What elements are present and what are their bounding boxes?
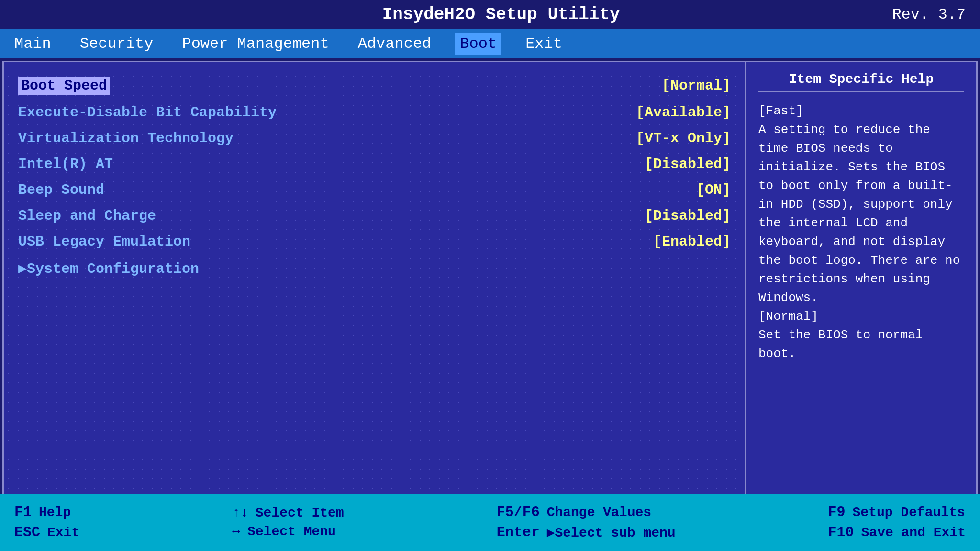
settings-item-name-1: Execute-Disable Bit Capability bbox=[18, 104, 277, 121]
settings-item-name-3: Intel(R) AT bbox=[18, 156, 113, 172]
title-bar: InsydeH2O Setup Utility Rev. 3.7 bbox=[0, 0, 980, 29]
footer-right: F9 Setup Defaults F10 Save and Exit bbox=[828, 504, 966, 540]
settings-item-name-7: ▶System Configuration bbox=[18, 259, 199, 277]
footer-center-right: F5/F6 Change Values Enter ▶Select sub me… bbox=[497, 504, 676, 540]
footer-f9: F9 Setup Defaults bbox=[828, 504, 966, 520]
footer-f1: F1 Help bbox=[14, 504, 79, 520]
footer-center: ↑↓ Select Item ↔ Select Menu bbox=[232, 506, 344, 539]
f5f6-key: F5/F6 bbox=[497, 504, 540, 520]
settings-item-name-0: Boot Speed bbox=[18, 77, 110, 95]
footer-bar: F1 Help ESC Exit ↑↓ Select Item ↔ Select… bbox=[0, 494, 980, 551]
settings-item-value-3: [Disabled] bbox=[645, 156, 731, 172]
footer-arrows-ud: ↑↓ Select Item bbox=[232, 506, 344, 520]
nav-item-main[interactable]: Main bbox=[10, 33, 56, 55]
main-content: Boot Speed[Normal]Execute-Disable Bit Ca… bbox=[2, 61, 978, 516]
settings-item-3[interactable]: Intel(R) AT[Disabled] bbox=[18, 151, 731, 177]
settings-item-name-6: USB Legacy Emulation bbox=[18, 234, 190, 250]
revision-text: Rev. 3.7 bbox=[892, 6, 966, 23]
settings-item-1[interactable]: Execute-Disable Bit Capability[Available… bbox=[18, 100, 731, 125]
settings-item-7[interactable]: ▶System Configuration bbox=[18, 255, 731, 282]
settings-item-value-1: [Available] bbox=[636, 104, 731, 121]
footer-f10: F10 Save and Exit bbox=[828, 524, 966, 540]
settings-item-2[interactable]: Virtualization Technology[VT-x Only] bbox=[18, 125, 731, 151]
enter-desc: ▶Select sub menu bbox=[547, 524, 676, 540]
settings-item-name-4: Beep Sound bbox=[18, 182, 104, 198]
settings-panel: Boot Speed[Normal]Execute-Disable Bit Ca… bbox=[4, 62, 746, 515]
settings-item-value-6: [Enabled] bbox=[653, 234, 731, 250]
ud-arrow-desc: Select Item bbox=[256, 506, 344, 520]
footer-arrows-lr: ↔ Select Menu bbox=[232, 524, 344, 539]
ud-arrow-key: ↑↓ bbox=[232, 506, 248, 520]
f10-desc: Save and Exit bbox=[861, 525, 966, 540]
f10-key: F10 bbox=[828, 524, 854, 540]
nav-item-power-management[interactable]: Power Management bbox=[177, 33, 334, 55]
settings-item-6[interactable]: USB Legacy Emulation[Enabled] bbox=[18, 229, 731, 255]
settings-item-5[interactable]: Sleep and Charge[Disabled] bbox=[18, 203, 731, 229]
settings-item-4[interactable]: Beep Sound[ON] bbox=[18, 177, 731, 203]
esc-desc: Exit bbox=[47, 525, 79, 540]
settings-item-value-0: [Normal] bbox=[662, 78, 731, 94]
nav-bar: MainSecurityPower ManagementAdvancedBoot… bbox=[0, 29, 980, 58]
settings-item-name-2: Virtualization Technology bbox=[18, 130, 234, 146]
esc-key: ESC bbox=[14, 524, 40, 540]
f9-desc: Setup Defaults bbox=[853, 505, 965, 520]
footer-enter: Enter ▶Select sub menu bbox=[497, 524, 676, 540]
f1-key: F1 bbox=[14, 504, 32, 520]
app-title: InsydeH2O Setup Utility bbox=[110, 5, 892, 24]
f5f6-desc: Change Values bbox=[547, 505, 651, 520]
help-text: [Fast]A setting to reduce the time BIOS … bbox=[758, 102, 964, 363]
footer-f5f6: F5/F6 Change Values bbox=[497, 504, 676, 520]
nav-item-security[interactable]: Security bbox=[75, 33, 158, 55]
nav-item-exit[interactable]: Exit bbox=[521, 33, 567, 55]
help-title: Item Specific Help bbox=[758, 72, 964, 92]
nav-item-advanced[interactable]: Advanced bbox=[353, 33, 436, 55]
footer-left: F1 Help ESC Exit bbox=[14, 504, 79, 540]
nav-item-boot[interactable]: Boot bbox=[455, 33, 501, 55]
settings-item-value-4: [ON] bbox=[696, 182, 731, 198]
settings-item-name-5: Sleep and Charge bbox=[18, 208, 156, 224]
settings-item-value-5: [Disabled] bbox=[645, 208, 731, 224]
lr-arrow-desc: Select Menu bbox=[247, 524, 336, 539]
f1-desc: Help bbox=[39, 505, 71, 520]
settings-item-0[interactable]: Boot Speed[Normal] bbox=[18, 72, 731, 100]
settings-item-value-2: [VT-x Only] bbox=[636, 130, 731, 146]
help-panel: Item Specific Help [Fast]A setting to re… bbox=[746, 62, 976, 515]
f9-key: F9 bbox=[828, 504, 846, 520]
lr-arrow-key: ↔ bbox=[232, 524, 240, 539]
enter-key: Enter bbox=[497, 524, 540, 540]
footer-esc: ESC Exit bbox=[14, 524, 79, 540]
